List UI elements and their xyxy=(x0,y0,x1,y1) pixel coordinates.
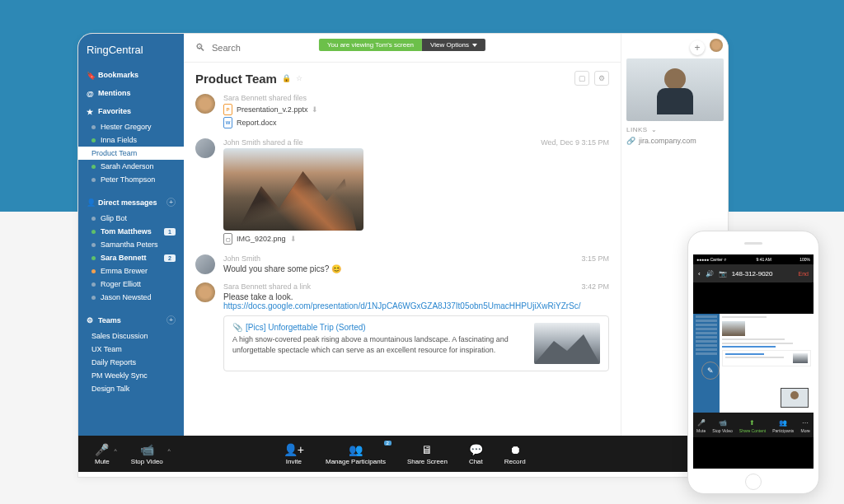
unread-badge: 1 xyxy=(164,228,176,236)
unread-badge: 2 xyxy=(164,254,176,262)
speaker-icon[interactable]: 🔊 xyxy=(706,270,714,278)
chat-icon: 💬 xyxy=(469,442,483,457)
docx-icon: W xyxy=(223,117,232,128)
user-avatar[interactable] xyxy=(710,39,723,52)
sidebar-team-daily[interactable]: Daily Reports xyxy=(78,356,184,369)
search-icon: 🔍︎ xyxy=(195,42,205,54)
video-call-button[interactable]: ▢ xyxy=(574,71,589,86)
settings-button[interactable]: ⚙ xyxy=(594,71,609,86)
video-participant[interactable] xyxy=(626,58,724,121)
share-screen-button[interactable]: 🖥Share Screen xyxy=(407,442,448,465)
mic-icon: 🎤 xyxy=(697,419,706,427)
chevron-down-icon xyxy=(472,44,477,47)
download-icon[interactable]: ⬇ xyxy=(290,235,297,243)
sidebar-dm-sara[interactable]: Sara Bennett2 xyxy=(78,251,184,264)
end-call-button[interactable]: End xyxy=(799,271,809,277)
sidebar-teams-header: ⚙Teams+ xyxy=(78,310,184,329)
image-attachment[interactable] xyxy=(223,148,363,231)
presence-dot-icon xyxy=(91,269,96,273)
sidebar-item-hester[interactable]: Hester Gregory xyxy=(78,120,184,133)
phone-status-bar: ●●●●● Carrier ᯤ 9:41 AM 100% xyxy=(693,254,814,264)
phone-mute-button[interactable]: 🎤Mute xyxy=(696,419,706,433)
phone-frame: ●●●●● Carrier ᯤ 9:41 AM 100% ‹ 🔊 📷 148-3… xyxy=(687,231,819,494)
banner-status: You are viewing Tom's screen xyxy=(319,39,422,51)
chat-button[interactable]: 💬Chat xyxy=(469,442,483,465)
sidebar-favorites-header: ★Favorites xyxy=(78,102,184,120)
sidebar-team-ux[interactable]: UX Team xyxy=(78,343,184,356)
banner-options-button[interactable]: View Options xyxy=(422,39,485,51)
phone-participants-button[interactable]: 👥Participants xyxy=(772,419,794,433)
sidebar-mentions[interactable]: @Mentions xyxy=(78,84,184,102)
phone-toolbar: 🎤Mute 📹Stop Video ⬆Share Content 👥Partic… xyxy=(693,413,814,437)
self-view[interactable] xyxy=(781,388,809,408)
participant-count: 2 xyxy=(384,441,392,446)
link-item[interactable]: 🔗jira.company.com xyxy=(626,133,723,148)
file-attachment[interactable]: PPresentation_v.2.pptx⬇ xyxy=(223,104,609,115)
sidebar-dm-samantha[interactable]: Samantha Peters xyxy=(78,238,184,251)
download-icon[interactable]: ⬇ xyxy=(312,105,318,114)
invite-button[interactable]: 👤+Invite xyxy=(284,442,304,465)
camera-flip-icon[interactable]: 📷 xyxy=(719,270,727,278)
more-icon: ⋯ xyxy=(802,419,809,427)
sidebar-team-sales[interactable]: Sales Discussion xyxy=(78,329,184,343)
mute-button[interactable]: 🎤Mute^ xyxy=(95,442,110,465)
add-dm-button[interactable]: + xyxy=(166,198,176,207)
presence-dot-icon xyxy=(91,217,96,221)
sidebar-item-sarah[interactable]: Sarah Anderson xyxy=(78,160,184,173)
manage-participants-button[interactable]: 👥2Manage Participants xyxy=(326,442,386,465)
presence-dot-icon xyxy=(91,125,96,129)
avatar[interactable] xyxy=(195,138,215,158)
card-title: 📎[Pics] Unforgettable Trip (Sorted) xyxy=(232,323,524,332)
sidebar-dm-glip[interactable]: Glip Bot xyxy=(78,212,184,225)
add-team-button[interactable]: + xyxy=(166,315,176,324)
message-time: 3:15 PM xyxy=(581,254,609,263)
file-attachment[interactable]: WReport.docx xyxy=(223,117,609,128)
sidebar-bookmarks[interactable]: 🔖Bookmarks xyxy=(78,66,184,84)
avatar[interactable] xyxy=(195,254,215,274)
main-panel: You are viewing Tom's screen View Option… xyxy=(184,34,621,436)
phone-stop-video-button[interactable]: 📹Stop Video xyxy=(712,419,732,433)
sidebar-dm-jason[interactable]: Jason Newsted xyxy=(78,291,184,304)
chevron-down-icon[interactable]: ⌄ xyxy=(651,126,658,133)
bookmark-icon: 🔖 xyxy=(87,72,94,79)
sidebar-dm-emma[interactable]: Emma Brewer xyxy=(78,264,184,278)
phone-more-button[interactable]: ⋯More xyxy=(801,419,810,433)
message-author: Sara Bennett shared files xyxy=(223,94,307,102)
phone-home-button[interactable] xyxy=(745,474,762,490)
mic-icon: 🎤 xyxy=(95,442,109,457)
star-icon: ★ xyxy=(87,108,94,115)
message: Sara Bennett shared files PPresentation_… xyxy=(195,94,609,130)
message-author: Sara Bennett shared a link xyxy=(223,282,311,291)
avatar[interactable] xyxy=(195,94,215,114)
phone-shared-screen: ✎ xyxy=(693,314,814,413)
phone-screen: ●●●●● Carrier ᯤ 9:41 AM 100% ‹ 🔊 📷 148-3… xyxy=(693,254,814,469)
phone-share-button[interactable]: ⬆Share Content xyxy=(739,419,766,433)
sidebar-item-product-team[interactable]: Product Team xyxy=(78,147,184,160)
presence-dot-icon xyxy=(91,243,96,247)
phone-clock: 9:41 AM xyxy=(757,257,771,262)
avatar[interactable] xyxy=(195,282,215,302)
stop-video-button[interactable]: 📹Stop Video^ xyxy=(131,442,163,465)
add-participant-button[interactable]: + xyxy=(690,40,705,55)
link-preview-card[interactable]: 📎[Pics] Unforgettable Trip (Sorted) A hi… xyxy=(223,315,609,371)
sidebar-team-pm[interactable]: PM Weekly Sync xyxy=(78,369,184,382)
file-attachment[interactable]: ▢IMG_9202.png⬇ xyxy=(223,233,609,245)
phone-speaker xyxy=(744,242,762,245)
message: Sara Bennett shared a link3:42 PM Please… xyxy=(195,282,609,371)
back-icon[interactable]: ‹ xyxy=(698,270,701,278)
annotate-button[interactable]: ✎ xyxy=(701,362,720,380)
chevron-up-icon[interactable]: ^ xyxy=(168,448,171,454)
camera-icon: 📹 xyxy=(719,419,727,427)
phone-number: 148-312-9020 xyxy=(732,270,773,278)
message-link[interactable]: https://docs.google.com/presentation/d/1… xyxy=(223,301,609,310)
sidebar-item-inna[interactable]: Inna Fields xyxy=(78,133,184,147)
sidebar-item-peter[interactable]: Peter Thompson xyxy=(78,173,184,186)
sidebar-dm-roger[interactable]: Roger Elliott xyxy=(78,278,184,291)
at-icon: @ xyxy=(87,90,94,97)
chevron-up-icon[interactable]: ^ xyxy=(115,448,117,454)
wifi-icon: ᯤ xyxy=(724,257,728,262)
record-button[interactable]: ⏺Record xyxy=(504,442,526,465)
sidebar-dm-tom[interactable]: Tom Matthews1 xyxy=(78,225,184,238)
sidebar-team-design[interactable]: Design Talk xyxy=(78,382,184,395)
star-outline-icon[interactable]: ☆ xyxy=(296,74,302,82)
